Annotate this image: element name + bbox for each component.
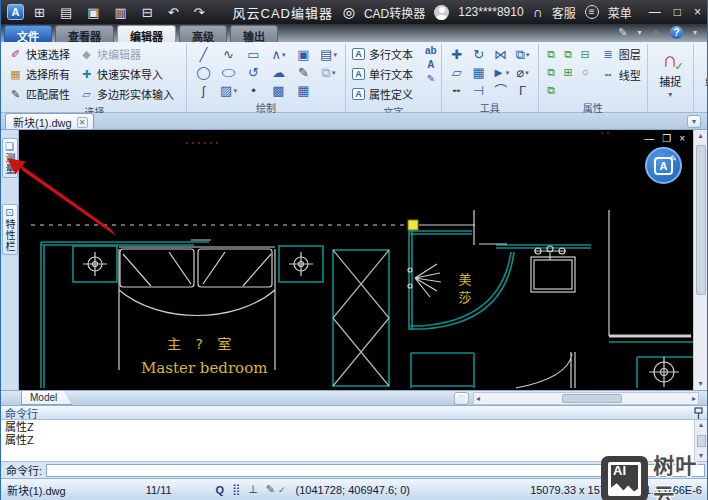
- edit-text-icon[interactable]: ✎: [427, 73, 435, 84]
- account-number[interactable]: 123****8910: [458, 5, 523, 19]
- text-style-icon[interactable]: A: [427, 59, 434, 70]
- edit-button[interactable]: ⧉ 编辑: [698, 45, 708, 99]
- rotate-icon[interactable]: ↻: [473, 48, 484, 61]
- attribute-define-button[interactable]: A属性定义: [350, 85, 415, 103]
- ellipse-icon[interactable]: ◯: [221, 68, 236, 76]
- scroll-up-icon[interactable]: ▴: [698, 131, 702, 141]
- cad-converter-button[interactable]: CAD转换器: [364, 4, 425, 21]
- singleline-text-button[interactable]: A单行文本: [350, 65, 415, 83]
- polygon-entity-input-button[interactable]: ▱多边形实体输入: [78, 85, 176, 103]
- quick-entity-import-button[interactable]: ✚快速实体导入: [78, 65, 176, 83]
- canvas-horizontal-scrollbar[interactable]: ◂ ▸: [473, 392, 699, 405]
- side-panel-properties[interactable]: ⊡ 特性栏: [2, 204, 18, 255]
- group-entities-icon[interactable]: ⧉: [547, 49, 555, 60]
- point-icon[interactable]: •: [251, 84, 256, 97]
- print-icon[interactable]: ⊟: [142, 5, 153, 20]
- scroll-up-icon[interactable]: ▴: [699, 420, 703, 430]
- canvas-vertical-scrollbar[interactable]: ▴ ▾: [693, 130, 707, 390]
- hatch-icon[interactable]: ▨: [220, 84, 237, 97]
- select-tool-icon[interactable]: ►: [492, 66, 509, 79]
- copy-group-icon[interactable]: ⧉: [564, 49, 572, 60]
- new-file-icon[interactable]: ⊞: [34, 5, 45, 20]
- hatch-brush-icon[interactable]: ✎: [298, 66, 309, 79]
- match-properties-button[interactable]: ✎匹配属性: [7, 85, 72, 103]
- polyline-icon[interactable]: ∧: [271, 48, 285, 61]
- explode-icon[interactable]: ⧉: [547, 85, 555, 96]
- scroll-down-icon[interactable]: ▾: [698, 379, 702, 389]
- select-all-button[interactable]: ▦选择所有: [7, 65, 72, 83]
- linetype-button[interactable]: ╍线型: [600, 66, 643, 84]
- save-as-icon[interactable]: ▥: [115, 5, 127, 20]
- pin-icon[interactable]: [694, 407, 703, 419]
- close-button[interactable]: ×: [694, 5, 701, 19]
- chamfer-icon[interactable]: Γ: [519, 84, 526, 97]
- minimize-button[interactable]: —: [649, 5, 661, 19]
- annotate-pen-icon[interactable]: ✎: [618, 26, 627, 39]
- layout-nav-button[interactable]: ♡: [454, 392, 469, 405]
- horizontal-scroll-thumb[interactable]: [562, 394, 622, 403]
- tab-file[interactable]: 文件: [4, 25, 52, 42]
- model-tab[interactable]: Model: [21, 391, 72, 405]
- layers-button[interactable]: ≣图层: [600, 45, 643, 63]
- circle-ref-icon[interactable]: ○: [582, 67, 589, 78]
- tab-editor[interactable]: 编辑器: [117, 25, 176, 42]
- quick-select-button[interactable]: ✐快速选择: [7, 45, 72, 63]
- help-caret-icon[interactable]: ▾: [693, 28, 697, 37]
- region-icon[interactable]: ▣: [297, 48, 309, 61]
- line-icon[interactable]: ╱: [200, 48, 208, 61]
- group-flag-icon[interactable]: ⊟: [581, 49, 590, 60]
- user-avatar[interactable]: [434, 5, 449, 20]
- tab-viewer[interactable]: 查看器: [55, 25, 114, 42]
- spline-icon[interactable]: ʃ: [202, 84, 205, 97]
- image-icon[interactable]: ▩: [272, 84, 284, 97]
- insert-block-icon[interactable]: ⧉: [322, 66, 336, 79]
- command-scroll-thumb[interactable]: [697, 435, 706, 447]
- measure-icon[interactable]: ⌀: [517, 66, 529, 79]
- paste-group-icon[interactable]: ⊞: [564, 67, 573, 78]
- help-icon[interactable]: ?: [670, 26, 683, 39]
- block-editor-button[interactable]: ◆块编辑器: [78, 45, 176, 63]
- canvas-close-icon[interactable]: ×: [679, 133, 685, 144]
- ortho-icon[interactable]: ⊥: [248, 483, 258, 496]
- maximize-button[interactable]: □: [674, 5, 681, 19]
- mirror-icon[interactable]: ⋈: [494, 48, 507, 61]
- spell-check-icon[interactable]: ab: [425, 45, 437, 56]
- grid-snap-icon[interactable]: ⣿: [232, 483, 240, 496]
- selection-grip[interactable]: [408, 220, 418, 230]
- scroll-right-icon[interactable]: ▸: [692, 394, 696, 404]
- float-tool-button[interactable]: A: [645, 147, 682, 184]
- scroll-left-icon[interactable]: ◂: [476, 394, 480, 404]
- dim-tool-icon[interactable]: ✧: [652, 27, 660, 38]
- tab-list-chevron-icon[interactable]: ▾: [687, 115, 701, 128]
- offset-icon[interactable]: ▱: [452, 66, 462, 79]
- move-icon[interactable]: ✚: [451, 48, 462, 61]
- side-panel-measure[interactable]: ❏ 测量: [2, 138, 18, 178]
- undo-icon[interactable]: ↶: [168, 5, 179, 20]
- copy-icon[interactable]: ⧉: [516, 48, 530, 61]
- close-document-icon[interactable]: ✕: [77, 117, 88, 128]
- save-icon[interactable]: ▣: [87, 5, 99, 20]
- circle-icon[interactable]: ◯: [196, 66, 211, 79]
- command-panel-header[interactable]: 命令行: [1, 405, 707, 420]
- array-icon[interactable]: ▦: [473, 66, 485, 79]
- tab-output[interactable]: 输出: [230, 25, 278, 42]
- vertical-scroll-thumb[interactable]: [696, 145, 706, 295]
- customer-service-button[interactable]: 客服: [552, 4, 576, 21]
- redo-icon[interactable]: ↷: [194, 5, 205, 20]
- draft-check-icon[interactable]: ✎: [266, 483, 275, 496]
- sketch-icon[interactable]: ∿: [223, 48, 234, 61]
- trim-icon[interactable]: ⊣: [473, 84, 484, 97]
- canvas-restore-icon[interactable]: ❐: [662, 133, 671, 144]
- align-icon[interactable]: ╍: [453, 84, 461, 97]
- revision-cloud-icon[interactable]: ☁: [272, 66, 285, 79]
- fillet-icon[interactable]: ⌒: [494, 84, 507, 97]
- drawing-canvas[interactable]: 主 ? 室 Master bedroom 美 莎 — ❐ × A: [19, 130, 693, 390]
- zoom-select-icon[interactable]: Q: [216, 484, 225, 496]
- menu-button[interactable]: 菜单: [608, 4, 632, 21]
- rectangle-icon[interactable]: ▭: [247, 48, 259, 61]
- tab-advanced[interactable]: 高级: [179, 25, 227, 42]
- annotate-caret-icon[interactable]: ▾: [638, 28, 642, 37]
- snap-button[interactable]: ∩✓ 捕捉: [652, 45, 689, 99]
- canvas-minimize-icon[interactable]: —: [644, 133, 654, 144]
- arc-icon[interactable]: ↺: [248, 66, 259, 79]
